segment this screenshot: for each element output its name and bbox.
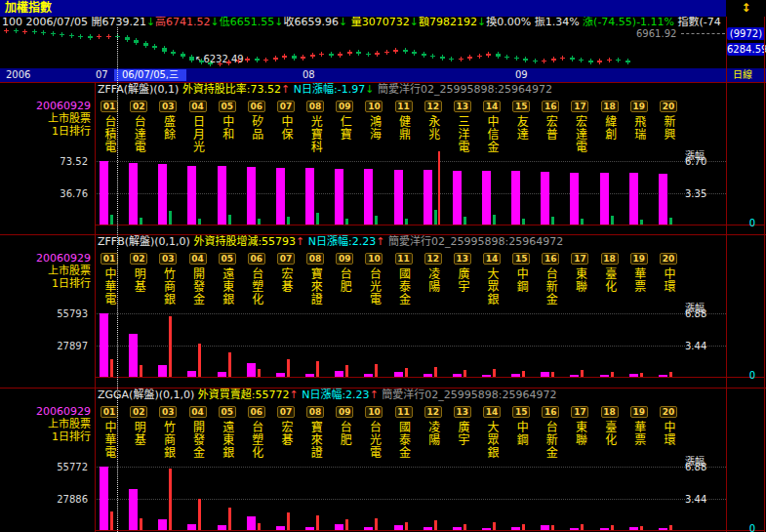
stock-name: 廣宇 xyxy=(455,421,470,464)
rank-badge: 14 xyxy=(483,253,501,265)
rank-badge: 09 xyxy=(336,101,353,112)
bar-spike xyxy=(438,151,440,225)
bar-secondary xyxy=(551,525,554,530)
candle xyxy=(106,36,111,37)
stock-name: 宏普 xyxy=(543,115,558,158)
mini-chart[interactable]: 6961.92 ↖6232.49 xyxy=(0,28,726,68)
bar-secondary xyxy=(345,365,348,377)
bar-magenta xyxy=(305,168,314,225)
bar-secondary xyxy=(110,359,113,377)
text-segment: ↑ xyxy=(289,389,298,401)
rank-badge: 03 xyxy=(159,406,177,418)
gridline-mid xyxy=(95,499,726,500)
stock-name: 矽品 xyxy=(249,115,264,158)
candle xyxy=(14,30,19,31)
text-segment: 外資持股增減:55793 xyxy=(193,235,296,248)
right-axis-top: 6.88 xyxy=(685,308,706,319)
rank-badge: 14 xyxy=(483,406,501,418)
bar-baseline xyxy=(95,530,764,531)
bar-magenta xyxy=(364,374,373,377)
rank-badge: 07 xyxy=(277,101,295,112)
text-segment: 量3070732 xyxy=(347,17,410,28)
scroll-corner[interactable]: ↕ xyxy=(726,0,766,17)
bar-secondary xyxy=(405,368,408,377)
rank-badge: 04 xyxy=(189,101,207,112)
bar-secondary xyxy=(258,219,261,225)
bar-magenta xyxy=(276,373,285,377)
strip-right-border xyxy=(764,17,765,532)
rank-badge: 09 xyxy=(336,253,353,265)
rank-badge: 20 xyxy=(660,253,677,265)
strip-left-border xyxy=(726,17,727,532)
text-segment: 指數(-74 xyxy=(678,17,721,28)
bar-secondary xyxy=(522,371,525,377)
stock-name: 竹商銀 xyxy=(160,267,176,310)
stock-name: 台達電 xyxy=(131,115,146,158)
rank-badge: 13 xyxy=(454,101,471,112)
bar-magenta xyxy=(276,526,285,530)
timeline-year: 2006 xyxy=(6,68,30,82)
text-segment: 外資持股比率:73.52 xyxy=(182,83,281,96)
stock-name: 鴻海 xyxy=(366,115,382,158)
app-window: 加權指數 ↕ 100 2006/07/05 開6739.21↓高6741.52↓… xyxy=(0,0,766,532)
text-segment: N日漲幅:2.23 xyxy=(304,235,376,248)
candle xyxy=(514,58,519,59)
stock-name: 中華電 xyxy=(101,421,117,464)
bar-baseline xyxy=(95,377,764,378)
bar-magenta xyxy=(129,334,138,377)
bar-magenta xyxy=(423,527,432,530)
stock-name: 光寶科 xyxy=(307,115,323,158)
rank-badge: 08 xyxy=(306,101,324,112)
text-segment: 收6659.96 xyxy=(284,17,340,28)
bar-magenta xyxy=(482,375,491,377)
candle xyxy=(273,58,278,60)
text-segment: ↓ xyxy=(211,17,220,28)
timeline-month: 08 xyxy=(302,68,315,82)
text-segment: ↓ xyxy=(410,17,419,28)
stock-name: 開發金 xyxy=(190,267,206,310)
panel-market: 上市股票 xyxy=(0,113,91,125)
bar-secondary xyxy=(287,512,290,530)
stock-name: 新興 xyxy=(661,115,676,158)
stock-name: 凌陽 xyxy=(425,421,441,464)
panel-ZGGA[interactable]: ZGGA(解盤)(0,1,0) 外資買賣超:55772↑ N日漲幅:2.23↑ … xyxy=(0,388,766,532)
strip-zero: 0 xyxy=(744,370,761,381)
text-segment: N日漲幅:-1.97 xyxy=(290,83,365,96)
timeline[interactable]: 2006 06/07/05,三 日線 070809 xyxy=(0,68,766,82)
bar-secondary xyxy=(110,215,113,225)
candle xyxy=(226,61,231,63)
rank-badge: 01 xyxy=(101,253,118,265)
panel-ZFFB[interactable]: ZFFB(解盤)(0,1,0) 外資持股增減:55793↑ N日漲幅:2.23↑… xyxy=(0,234,766,388)
stock-name: 明基 xyxy=(131,267,146,310)
stock-name: 中環 xyxy=(661,267,676,310)
bar-magenta xyxy=(570,528,579,530)
bar-secondary xyxy=(551,217,554,225)
bar-magenta xyxy=(158,164,167,225)
text-segment: ↑ xyxy=(370,389,379,401)
text-segment: ZGGA(解盤)(0,1,0) xyxy=(98,389,198,401)
bar-magenta xyxy=(600,375,609,377)
rank-badge: 10 xyxy=(365,101,383,112)
right-axis-mid: 3.44 xyxy=(685,340,706,350)
text-segment: 簡愛洋行02_25995898:25964972 xyxy=(374,83,552,96)
stock-name: 中信金 xyxy=(484,115,500,158)
bar-magenta xyxy=(158,519,167,530)
candle xyxy=(292,56,297,58)
candle xyxy=(607,60,612,61)
candle xyxy=(551,59,556,60)
candle xyxy=(412,52,417,54)
candle xyxy=(467,57,472,58)
panel-market: 上市股票 xyxy=(0,266,91,277)
bar-secondary xyxy=(287,217,290,225)
timeline-selected-date[interactable]: 06/07/05,三 xyxy=(114,69,186,81)
bar-magenta xyxy=(511,171,520,225)
bar-secondary xyxy=(669,525,672,530)
crosshair-cursor[interactable] xyxy=(117,27,118,532)
panel-date: 20060929 xyxy=(0,253,91,265)
bar-magenta xyxy=(629,374,638,377)
bar-secondary xyxy=(316,213,319,225)
panel-ZFFA[interactable]: ZFFA(解盤)(0,1) 外資持股比率:73.52↑ N日漲幅:-1.97↓ … xyxy=(0,82,766,234)
bar-secondary xyxy=(345,219,348,225)
strip-zero: 0 xyxy=(744,218,761,228)
bar-magenta xyxy=(600,528,609,530)
